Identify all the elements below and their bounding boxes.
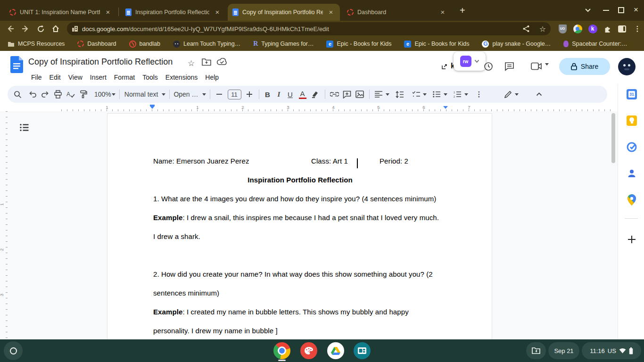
doc-name-field[interactable]: Name: Emerson Juarez Perez bbox=[153, 157, 249, 165]
share-page-icon[interactable] bbox=[522, 25, 530, 33]
scrollbar-thumb[interactable] bbox=[611, 113, 615, 163]
doc-answer-1[interactable]: I drew a shark. bbox=[153, 232, 200, 240]
editing-mode-dropdown-icon[interactable] bbox=[515, 93, 519, 98]
star-document-icon[interactable]: ☆ bbox=[188, 58, 195, 68]
doc-class-field[interactable]: Class: Art 1 bbox=[311, 157, 348, 165]
back-icon[interactable] bbox=[4, 22, 17, 35]
calendar-icon[interactable]: 31 bbox=[626, 89, 637, 100]
reload-icon[interactable] bbox=[34, 22, 47, 35]
browser-menu-icon[interactable]: ⋮ bbox=[632, 23, 643, 34]
font-size-input[interactable]: 11 bbox=[228, 90, 241, 99]
zoom-select[interactable]: 100% bbox=[94, 90, 111, 98]
style-dropdown-icon[interactable] bbox=[162, 93, 165, 98]
doc-question-1[interactable]: 1. What are the 4 images you drew and ho… bbox=[153, 195, 436, 203]
show-document-outline-icon[interactable] bbox=[20, 123, 29, 132]
doc-question-2-line-2[interactable]: sentences minimum) bbox=[153, 289, 219, 297]
chrome-icon[interactable] bbox=[273, 342, 290, 359]
bulleted-list-icon[interactable] bbox=[430, 88, 443, 101]
text-color-button[interactable]: A bbox=[299, 90, 306, 99]
menu-extensions[interactable]: Extensions bbox=[162, 72, 201, 83]
more-options-icon[interactable]: ⋮ bbox=[473, 88, 486, 101]
get-add-ons-icon[interactable] bbox=[626, 234, 637, 245]
undo-icon[interactable] bbox=[26, 88, 39, 101]
font-family-select[interactable]: Open … bbox=[173, 90, 198, 98]
menu-view[interactable]: View bbox=[65, 72, 86, 83]
checklist-dropdown-icon[interactable] bbox=[423, 93, 427, 98]
first-line-indent-marker[interactable] bbox=[150, 105, 155, 106]
tab-close-icon[interactable]: × bbox=[104, 8, 112, 16]
tab-search-chevron-icon[interactable] bbox=[585, 8, 591, 13]
screen-capture-button[interactable] bbox=[526, 342, 546, 359]
spellcheck-icon[interactable]: A bbox=[64, 88, 77, 101]
numbered-list-dropdown-icon[interactable] bbox=[464, 93, 468, 98]
decrease-font-size-button[interactable] bbox=[213, 88, 226, 101]
menu-tools[interactable]: Tools bbox=[139, 72, 162, 83]
launcher-button[interactable] bbox=[4, 341, 23, 360]
underline-button[interactable]: U bbox=[285, 90, 296, 99]
bookmark-play-snake[interactable]: G play snake - Google… bbox=[482, 41, 551, 48]
horizontal-ruler[interactable]: 1 1 2 3 4 5 6 7 bbox=[0, 105, 618, 111]
window-maximize-button[interactable] bbox=[618, 7, 624, 13]
address-bar[interactable]: docs.google.com/document/d/165ee2U-IyQ_W… bbox=[67, 22, 551, 35]
paint-format-icon[interactable] bbox=[77, 88, 90, 101]
site-info-icon[interactable] bbox=[72, 25, 78, 32]
tasks-icon[interactable] bbox=[626, 141, 637, 153]
status-tray[interactable]: 11:16 US bbox=[582, 342, 641, 359]
version-history-icon[interactable] bbox=[484, 62, 493, 71]
maps-icon[interactable] bbox=[626, 194, 637, 206]
tab-close-icon[interactable]: × bbox=[438, 8, 447, 16]
search-menus-icon[interactable] bbox=[11, 88, 24, 101]
kami-extension-icon[interactable]: k bbox=[587, 23, 598, 34]
doc-question-2-line-1[interactable]: 2. How did you create your name? In what… bbox=[153, 270, 433, 278]
bookmark-spacebar-counter[interactable]: Spacebar Counter:… bbox=[563, 41, 627, 47]
increase-font-size-button[interactable] bbox=[243, 88, 256, 101]
bookmark-bandlab[interactable]: bandlab bbox=[129, 41, 161, 48]
align-icon[interactable] bbox=[372, 88, 385, 101]
left-indent-marker[interactable] bbox=[150, 106, 155, 111]
doc-example-1[interactable]: Example: I drew a snail, this inspires m… bbox=[153, 214, 439, 222]
forward-icon[interactable] bbox=[19, 22, 32, 35]
extensions-puzzle-icon[interactable] bbox=[602, 23, 613, 34]
doc-period-field[interactable]: Period: 2 bbox=[380, 157, 408, 165]
google-drive-icon[interactable] bbox=[327, 342, 344, 359]
bookmark-epic-1[interactable]: e Epic - Books for Kids bbox=[326, 41, 391, 48]
paragraph-style-select[interactable]: Normal text bbox=[124, 90, 158, 98]
colored-circle-extension-icon[interactable] bbox=[572, 23, 583, 34]
add-comment-icon[interactable] bbox=[341, 88, 354, 101]
hide-menus-icon[interactable] bbox=[533, 88, 545, 101]
menu-format[interactable]: Format bbox=[110, 72, 139, 83]
redo-icon[interactable] bbox=[39, 88, 51, 101]
insert-link-icon[interactable] bbox=[328, 88, 341, 101]
doc-example-2-line-1[interactable]: Example: I created my name in bubble let… bbox=[153, 308, 409, 316]
print-icon[interactable] bbox=[51, 88, 64, 101]
doc-heading[interactable]: Inspiration Portfolio Reflection bbox=[107, 176, 493, 184]
numbered-list-icon[interactable]: 12 bbox=[451, 88, 464, 101]
bookmark-learn-touch-typing[interactable]: Learn Touch Typing… bbox=[173, 41, 240, 48]
canvas-app-icon[interactable] bbox=[300, 342, 317, 359]
bookmark-mcps-resources[interactable]: MCPS Resources bbox=[8, 41, 65, 47]
doc-example-2-line-2[interactable]: personality. I drew my name in bubble ] bbox=[153, 327, 278, 335]
line-spacing-icon[interactable] bbox=[393, 88, 406, 101]
tab-unit1[interactable]: UNIT 1: Inspiration Name Portfo × bbox=[5, 4, 117, 21]
highlight-color-icon[interactable] bbox=[309, 88, 322, 101]
home-icon[interactable] bbox=[49, 22, 62, 35]
bookmark-star-icon[interactable]: ☆ bbox=[539, 25, 546, 33]
keep-icon[interactable] bbox=[626, 115, 637, 126]
tab-close-icon[interactable]: × bbox=[327, 8, 335, 16]
readwrite-extension-popup[interactable]: rw bbox=[454, 52, 486, 71]
cloud-saved-icon[interactable] bbox=[217, 58, 227, 66]
right-indent-marker[interactable] bbox=[443, 106, 448, 111]
tab-close-icon[interactable]: × bbox=[213, 8, 222, 16]
open-in-kami-icon[interactable] bbox=[441, 64, 447, 70]
ublock-extension-icon[interactable]: UO bbox=[557, 23, 568, 34]
bookmark-dashboard[interactable]: Dashboard bbox=[77, 41, 116, 47]
window-minimize-button[interactable] bbox=[603, 10, 609, 11]
tab-copy-inspiration-reflection[interactable]: Copy of Inspiration Portfolio Ref × bbox=[228, 4, 340, 21]
font-dropdown-icon[interactable] bbox=[202, 93, 206, 98]
checklist-icon[interactable] bbox=[410, 88, 422, 101]
document-canvas[interactable]: 1 2 3 Name: Emerson Juarez Perez Class: … bbox=[0, 111, 618, 339]
window-close-button[interactable]: × bbox=[634, 5, 638, 15]
files-app-icon[interactable] bbox=[354, 342, 371, 359]
bold-button[interactable]: B bbox=[262, 90, 273, 99]
document-page[interactable]: Name: Emerson Juarez Perez Class: Art 1 … bbox=[107, 113, 492, 339]
